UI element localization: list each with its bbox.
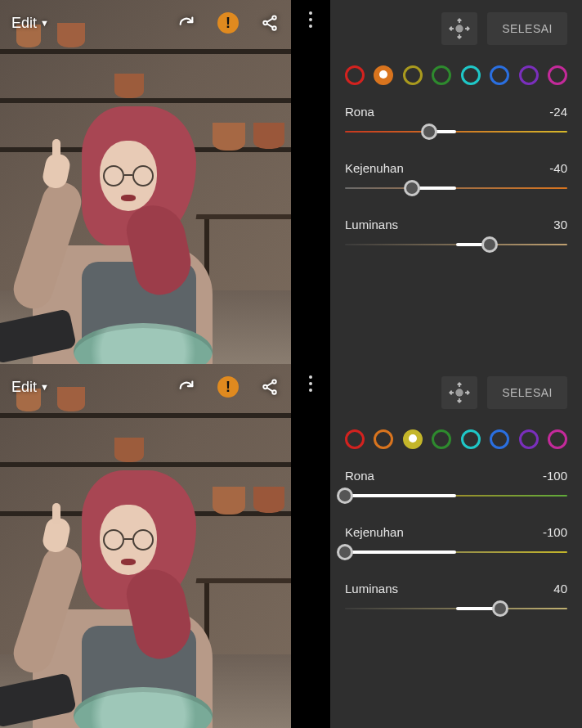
color-swatch[interactable]: [548, 429, 567, 449]
photo-preview[interactable]: Edit▼!: [0, 364, 291, 728]
chevron-down-icon: ▼: [40, 382, 49, 392]
slider-label: Rona: [345, 469, 374, 483]
slider-label: Luminans: [345, 582, 398, 595]
svg-line-14: [267, 388, 273, 391]
color-swatch[interactable]: [548, 65, 567, 85]
slider-track[interactable]: [345, 180, 567, 196]
warning-icon[interactable]: !: [217, 12, 239, 34]
slider-rona: Rona-100: [345, 469, 567, 504]
svg-point-15: [455, 389, 463, 396]
edit-menu[interactable]: Edit▼: [11, 379, 49, 396]
color-swatch[interactable]: [403, 429, 423, 449]
svg-point-10: [272, 380, 275, 383]
slider-thumb[interactable]: [481, 236, 498, 253]
svg-point-12: [272, 390, 275, 393]
share-icon[interactable]: [260, 13, 280, 33]
target-adjust-button[interactable]: [441, 12, 477, 45]
chevron-down-icon: ▼: [40, 18, 49, 28]
more-menu-icon[interactable]: [309, 11, 312, 364]
slider-thumb[interactable]: [337, 544, 353, 560]
svg-line-13: [267, 383, 273, 386]
color-swatch[interactable]: [490, 429, 509, 449]
svg-point-1: [263, 21, 266, 25]
done-button-label: SELESAI: [502, 22, 553, 35]
warning-icon[interactable]: !: [217, 376, 239, 398]
done-button[interactable]: SELESAI: [487, 376, 567, 409]
edit-menu-label: Edit: [11, 15, 37, 32]
color-swatch[interactable]: [461, 65, 481, 85]
svg-point-0: [272, 16, 275, 19]
edit-menu-label: Edit: [11, 379, 37, 396]
slider-label: Luminans: [345, 218, 398, 231]
target-adjust-button[interactable]: [441, 376, 477, 409]
slider-rona: Rona-24: [345, 105, 567, 140]
slider-kejenuhan: Kejenuhan-100: [345, 525, 567, 560]
color-swatch[interactable]: [374, 429, 393, 449]
slider-luminans: Luminans30: [345, 218, 567, 253]
redo-icon[interactable]: [177, 377, 196, 397]
color-swatches: [345, 65, 567, 85]
slider-thumb[interactable]: [492, 600, 508, 617]
color-swatch[interactable]: [345, 65, 365, 85]
slider-track[interactable]: [345, 124, 567, 140]
color-swatch[interactable]: [345, 429, 365, 449]
color-swatch[interactable]: [432, 429, 451, 449]
slider-track[interactable]: [345, 544, 567, 560]
color-swatch[interactable]: [432, 65, 451, 85]
slider-value: 40: [553, 582, 567, 595]
slider-label: Kejenuhan: [345, 525, 404, 539]
svg-point-11: [263, 385, 266, 389]
slider-track[interactable]: [345, 236, 567, 253]
slider-thumb[interactable]: [337, 488, 353, 504]
color-swatches: [345, 429, 567, 449]
slider-track[interactable]: [345, 600, 567, 617]
color-swatch[interactable]: [374, 65, 393, 85]
more-menu-icon[interactable]: [309, 375, 312, 728]
slider-value: -40: [549, 161, 567, 175]
color-swatch[interactable]: [403, 65, 423, 85]
svg-line-4: [267, 24, 273, 27]
slider-value: -100: [543, 525, 567, 539]
slider-thumb[interactable]: [421, 124, 437, 140]
done-button-label: SELESAI: [502, 386, 553, 399]
svg-point-2: [272, 26, 275, 29]
done-button[interactable]: SELESAI: [487, 12, 567, 45]
slider-kejenuhan: Kejenuhan-40: [345, 161, 567, 196]
slider-label: Kejenuhan: [345, 161, 404, 175]
redo-icon[interactable]: [177, 13, 196, 33]
slider-value: -100: [543, 469, 567, 483]
svg-line-3: [267, 19, 273, 22]
slider-track[interactable]: [345, 488, 567, 504]
color-swatch[interactable]: [519, 65, 539, 85]
slider-label: Rona: [345, 105, 374, 119]
color-swatch[interactable]: [490, 65, 509, 85]
photo-preview[interactable]: Edit▼!: [0, 0, 291, 364]
slider-value: 30: [553, 218, 567, 231]
share-icon[interactable]: [260, 377, 280, 397]
edit-menu[interactable]: Edit▼: [11, 15, 49, 32]
svg-point-5: [455, 25, 463, 32]
color-swatch[interactable]: [461, 429, 481, 449]
slider-luminans: Luminans40: [345, 582, 567, 617]
slider-thumb[interactable]: [404, 180, 420, 196]
slider-value: -24: [549, 105, 567, 119]
color-swatch[interactable]: [519, 429, 539, 449]
